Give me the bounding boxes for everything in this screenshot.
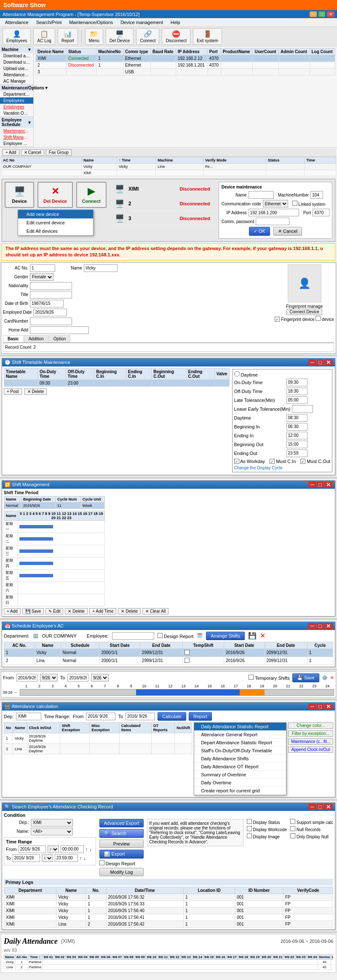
toolbar-menu[interactable]: 📁 Menu — [85, 28, 103, 45]
device-name-input[interactable] — [249, 191, 274, 199]
nationality-input[interactable] — [30, 282, 72, 290]
menu-maintenance[interactable]: Maintenance/Options — [66, 19, 116, 26]
calc-minimize[interactable]: ─ — [308, 703, 316, 710]
cancel-button[interactable]: ✕ Cancel — [21, 149, 44, 156]
table-row[interactable]: XIMI Vicky 1 2016/9/26 17:56:40 1 001 FP — [4, 907, 333, 914]
search-to-date[interactable] — [13, 854, 40, 862]
report-depart-stat[interactable]: Depart Attendance Statistic Report — [194, 739, 286, 747]
report-general[interactable]: Attendance General Report — [194, 731, 286, 739]
table-row[interactable]: Lina 2 Parttime 40 — [4, 964, 334, 969]
report-current-grid[interactable]: Create report for current grid — [194, 787, 286, 795]
tempshift-cb-2[interactable] — [185, 658, 190, 663]
calc-dep-input[interactable] — [16, 713, 41, 720]
report-daily-stat[interactable]: Daily Attendance Statistic Report — [194, 723, 286, 731]
end-in-input[interactable] — [286, 432, 308, 439]
display-status-cb[interactable] — [247, 819, 252, 824]
temp-shifts-cb[interactable] — [249, 675, 254, 680]
sidebar-maintenance-title[interactable]: Maintenance/Options ▼ — [0, 85, 33, 91]
title-input[interactable] — [30, 291, 72, 299]
timetable-close[interactable]: ✕ — [324, 359, 332, 366]
comm-code-select[interactable]: Ethernet — [263, 200, 288, 207]
schedule-close[interactable]: ✕ — [324, 623, 332, 629]
table-row[interactable]: 1 Vicky Normal 2000/1/1 2999/12/31 2016/… — [4, 649, 333, 657]
search-from-time[interactable] — [61, 845, 84, 853]
time-bar[interactable] — [20, 689, 334, 696]
table-row[interactable]: XIMI Lina 2 2016/9/26 17:56:42 1 001 FP — [4, 921, 333, 927]
ok-button[interactable]: ✓ OK — [249, 227, 270, 236]
report-daily-overtime[interactable]: Daily Overtime — [194, 779, 286, 787]
design-report-search-cb[interactable] — [99, 860, 104, 865]
sidebar-schedule-title[interactable]: Employee Schedule ▼ — [0, 117, 33, 128]
name-input[interactable] — [84, 264, 118, 272]
toolbar-exit[interactable]: 🚪 Exit system — [193, 28, 222, 45]
simple-calc-cb[interactable] — [290, 819, 295, 824]
add-time-button[interactable]: + Add Time — [89, 608, 116, 614]
gender-select[interactable]: Female — [30, 273, 53, 281]
table-row[interactable]: 2 Disconnected 1 Ethernet 192.168.1.201 … — [36, 62, 335, 69]
to-date-input[interactable] — [67, 674, 88, 681]
table-row[interactable]: Vicky 1 Parttime 40 — [4, 959, 334, 964]
edit-all-devices-item[interactable]: Edit All devices — [18, 227, 93, 235]
tempshift-cb-1[interactable] — [185, 650, 190, 655]
search-name-select[interactable]: <All> — [31, 828, 73, 835]
to-month-select[interactable]: 9/26 — [91, 674, 109, 681]
machine-number-input[interactable] — [310, 191, 323, 199]
device-cb[interactable] — [316, 316, 321, 321]
save-shift-button[interactable]: 💾 Save — [22, 608, 44, 614]
search-btn[interactable]: 🔍Search — [99, 829, 144, 838]
null-records-cb[interactable] — [290, 826, 295, 831]
beg-in-input[interactable] — [286, 423, 308, 431]
advanced-export-btn[interactable]: Advanced Export — [99, 819, 144, 827]
menu-device[interactable]: Device management — [117, 19, 166, 26]
ip-address-input[interactable] — [249, 209, 299, 216]
calc-from-input[interactable] — [86, 713, 115, 720]
schedule-maximize[interactable]: □ — [317, 623, 324, 629]
tab-basic[interactable]: Basic — [3, 335, 24, 342]
daytime-radio[interactable] — [234, 371, 240, 377]
sidebar-download-user[interactable]: Download user info and Fp — [0, 59, 33, 65]
sidebar-photo-mgmt[interactable]: Attendance Photo Management — [0, 72, 33, 78]
search-dep-select[interactable]: XIMI — [31, 819, 73, 827]
export-btn[interactable]: 📊Export — [99, 850, 144, 859]
linked-system-checkbox[interactable] — [292, 201, 297, 206]
display-workcode-cb[interactable] — [247, 826, 252, 831]
sidebar-vacation-opts[interactable]: Vacation Options — [0, 110, 33, 116]
sidebar-employee-opts[interactable]: Employee Options — [0, 140, 33, 147]
post-button[interactable]: + Post — [4, 388, 22, 395]
table-row[interactable]: 2 Lina Normal 2000/1/1 2999/12/31 2016/9… — [4, 657, 333, 665]
offduty-time-input[interactable] — [286, 388, 308, 395]
maintenance-calc-btn[interactable]: Maintenance (c...fit... — [288, 738, 333, 745]
must-cin-cb[interactable] — [270, 459, 275, 464]
search-maximize[interactable]: □ — [317, 804, 324, 810]
minimize-button[interactable]: ─ — [310, 11, 317, 17]
toolbar-connect[interactable]: 🔗 Connect — [136, 28, 159, 45]
end-out-input[interactable] — [286, 450, 308, 457]
list-item-2[interactable]: 🖥️ 2 Disconnected — [110, 197, 215, 211]
shift-maximize[interactable]: □ — [317, 482, 324, 488]
toolbar-ac-log[interactable]: 📋 AC Log — [33, 28, 55, 45]
comm-password-input[interactable] — [256, 218, 289, 225]
settings-icon[interactable]: ⚙️ — [322, 675, 328, 681]
report-daily-shifts[interactable]: Daily Attendance Shifts — [194, 755, 286, 763]
table-row[interactable]: XIMI Connected 1 Ethernet 192.168.2.12 4… — [36, 55, 335, 62]
onduty-time-input[interactable] — [286, 379, 308, 386]
tab-addition[interactable]: Addition — [24, 335, 48, 342]
toolbar-employees[interactable]: 👤 Employees — [3, 28, 31, 45]
calculate-button[interactable]: Calculate — [158, 712, 186, 721]
maximize-button[interactable]: □ — [318, 11, 325, 17]
preview-btn[interactable]: Preview — [99, 840, 144, 848]
delete-shift-button[interactable]: ✕ Delete — [65, 608, 88, 614]
clear-all-button[interactable]: ✕ Clear All — [142, 608, 168, 614]
calc-to-input[interactable] — [126, 713, 155, 720]
add-new-device-item[interactable]: Add new device — [18, 210, 93, 218]
leave-early-input[interactable] — [292, 405, 313, 413]
cancel-maint-button[interactable]: ✕ Cancel — [273, 227, 302, 236]
device-button[interactable]: 🖥️ Device — [5, 182, 34, 208]
append-clock-btn[interactable]: Append Clock in/Out — [288, 746, 333, 753]
must-cout-cb[interactable] — [300, 459, 305, 464]
card-number-input[interactable] — [30, 318, 72, 325]
dob-input[interactable] — [30, 300, 64, 307]
list-item-3[interactable]: 🖥️ 3 Disconnected — [110, 211, 215, 226]
table-row[interactable]: XIMI Vicky 1 2016/9/26 17:56:33 1 001 FP — [4, 900, 333, 907]
ac-no-input[interactable] — [30, 264, 55, 272]
